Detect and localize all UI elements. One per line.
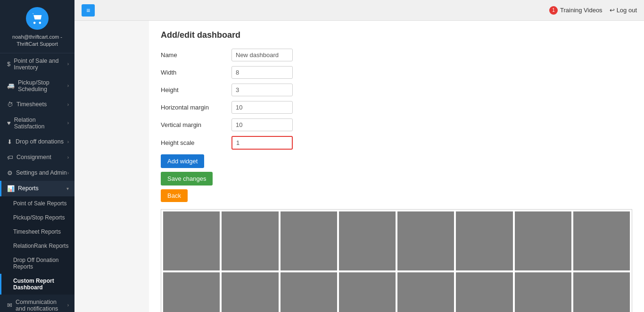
topbar: ≡ 1 Training Videos ↩ Log out bbox=[74, 0, 644, 21]
chevron-right-icon: › bbox=[67, 303, 69, 308]
sidebar-item-consignment[interactable]: 🏷 Consignment › bbox=[0, 150, 74, 165]
topbar-left: ≡ bbox=[82, 4, 95, 17]
grid-cell bbox=[456, 211, 512, 270]
height-scale-label: Height scale bbox=[161, 139, 231, 146]
name-field-group: Name bbox=[161, 49, 632, 61]
horizontal-margin-field-group: Horizontal margin bbox=[161, 101, 632, 114]
grid-cell bbox=[222, 272, 278, 312]
width-field-group: Width bbox=[161, 66, 632, 79]
heart-icon: ♥ bbox=[7, 119, 11, 126]
height-scale-field-group: Height scale bbox=[161, 136, 632, 150]
sidebar-item-communication[interactable]: ✉ Communication and notifications › bbox=[0, 295, 74, 312]
logout-link[interactable]: ↩ Log out bbox=[610, 7, 637, 14]
grid-cell bbox=[163, 272, 220, 312]
chart-icon: 📊 bbox=[7, 185, 15, 192]
name-label: Name bbox=[161, 51, 231, 59]
gear-icon: ⚙ bbox=[7, 169, 13, 177]
vertical-margin-input[interactable] bbox=[231, 118, 293, 131]
height-input[interactable] bbox=[231, 84, 293, 96]
height-scale-input[interactable] bbox=[231, 136, 293, 150]
width-input[interactable] bbox=[231, 66, 293, 79]
grid-cell bbox=[515, 272, 571, 312]
grid-cell bbox=[397, 211, 454, 270]
clock-icon: ⏱ bbox=[7, 101, 13, 108]
height-field-group: Height bbox=[161, 84, 632, 96]
sidebar-item-dropoff-donations[interactable]: ⬇ Drop off donations › bbox=[0, 134, 74, 150]
sidebar-item-pickup-reports[interactable]: Pickup/Stop Reports bbox=[0, 211, 74, 225]
grid-cell bbox=[515, 211, 571, 270]
chevron-right-icon: › bbox=[67, 61, 69, 67]
tag-icon: 🏷 bbox=[7, 154, 13, 161]
mail-icon: ✉ bbox=[7, 302, 12, 309]
grid-cell bbox=[397, 272, 454, 312]
chevron-right-icon: › bbox=[67, 83, 69, 88]
app-logo bbox=[26, 7, 49, 30]
sidebar-item-dropoff-reports[interactable]: Drop Off Donation Reports bbox=[0, 253, 74, 274]
save-changes-button[interactable]: Save changes bbox=[161, 172, 213, 186]
grid-cell bbox=[573, 272, 630, 312]
dashboard-grid bbox=[161, 209, 632, 312]
horizontal-margin-label: Horizontal margin bbox=[161, 104, 231, 111]
truck-icon: 🚐 bbox=[7, 82, 15, 89]
grid-cell bbox=[339, 272, 396, 312]
grid-cell bbox=[339, 211, 396, 270]
grid-cell bbox=[281, 272, 337, 312]
back-button[interactable]: Back bbox=[161, 189, 188, 202]
vertical-margin-label: Vertical margin bbox=[161, 121, 231, 128]
add-widget-button[interactable]: Add widget bbox=[161, 154, 204, 168]
grid-cell bbox=[222, 211, 278, 270]
grid-cell bbox=[456, 272, 512, 312]
main-content: Add/edit dashboard Name Width Height Hor… bbox=[149, 21, 644, 312]
sidebar-user-info: noah@thriftcart.com - ThriftCart Support bbox=[5, 34, 70, 48]
horizontal-margin-input[interactable] bbox=[231, 101, 293, 114]
page-title: Add/edit dashboard bbox=[161, 30, 632, 40]
name-input[interactable] bbox=[231, 49, 293, 61]
grid-cell bbox=[163, 211, 220, 270]
sidebar-item-pickup-scheduling[interactable]: 🚐 Pickup/Stop Scheduling › bbox=[0, 75, 74, 97]
sidebar-item-timesheets[interactable]: ⏱ Timesheets › bbox=[0, 97, 74, 112]
sidebar-item-settings-admin[interactable]: ⚙ Settings and Admin › bbox=[0, 165, 74, 181]
width-label: Width bbox=[161, 69, 231, 76]
training-videos-link[interactable]: 1 Training Videos bbox=[549, 6, 603, 15]
menu-toggle-button[interactable]: ≡ bbox=[82, 4, 95, 17]
sidebar-item-pos-inventory[interactable]: $ Point of Sale and Inventory › bbox=[0, 53, 74, 75]
reports-submenu: Point of Sale Reports Pickup/Stop Report… bbox=[0, 196, 74, 295]
topbar-right: 1 Training Videos ↩ Log out bbox=[549, 6, 637, 15]
bell-icon: 1 bbox=[549, 6, 558, 15]
logout-icon: ↩ bbox=[610, 7, 615, 14]
height-label: Height bbox=[161, 86, 231, 93]
chevron-down-icon: ▾ bbox=[66, 186, 69, 191]
sidebar-header: noah@thriftcart.com - ThriftCart Support bbox=[0, 0, 74, 53]
sidebar-item-relationrank-reports[interactable]: RelationRank Reports bbox=[0, 239, 74, 253]
grid-cell bbox=[573, 211, 630, 270]
chevron-right-icon: › bbox=[67, 102, 69, 107]
dropoff-icon: ⬇ bbox=[7, 138, 12, 145]
vertical-margin-field-group: Vertical margin bbox=[161, 118, 632, 131]
chevron-right-icon: › bbox=[67, 170, 69, 176]
chevron-right-icon: › bbox=[67, 139, 69, 144]
grid-cell bbox=[281, 211, 337, 270]
sidebar-item-custom-dashboard[interactable]: Custom Report Dashboard bbox=[0, 274, 74, 295]
chevron-right-icon: › bbox=[67, 155, 69, 160]
sidebar-item-pos-reports[interactable]: Point of Sale Reports bbox=[0, 196, 74, 211]
sidebar-nav: $ Point of Sale and Inventory › 🚐 Pickup… bbox=[0, 53, 74, 312]
sidebar-item-relation-satisfaction[interactable]: ♥ Relation Satisfaction › bbox=[0, 112, 74, 134]
dollar-icon: $ bbox=[7, 60, 10, 67]
cart-icon bbox=[31, 12, 44, 25]
sidebar-item-timesheet-reports[interactable]: Timesheet Reports bbox=[0, 225, 74, 239]
sidebar-item-reports[interactable]: 📊 Reports ▾ bbox=[0, 181, 74, 196]
sidebar: noah@thriftcart.com - ThriftCart Support… bbox=[0, 0, 74, 312]
chevron-right-icon: › bbox=[67, 120, 69, 126]
